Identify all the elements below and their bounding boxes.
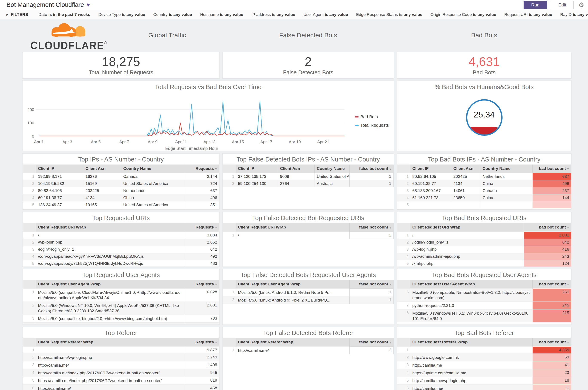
- table-row[interactable]: 7python-requests/2.21.0245: [397, 302, 571, 309]
- table-row[interactable]: 3/wp-login.php416: [397, 246, 571, 253]
- table-row[interactable]: 3/login/?login_only=1642: [23, 246, 219, 253]
- table-row[interactable]: 4/wp-admin/admin-ajax.php243: [397, 253, 571, 260]
- table-title: Top False Detected Bots IPs - AS Number …: [223, 153, 394, 164]
- filter-chip[interactable]: Request URIis any value: [504, 12, 552, 17]
- column-header[interactable]: Client IP: [236, 164, 278, 173]
- column-header[interactable]: Client Request URI Wrap: [236, 223, 350, 232]
- column-header-sort[interactable]: false bot count∨: [349, 164, 394, 173]
- filter-chip[interactable]: Edge Response Statusis any value: [356, 12, 422, 17]
- filter-chip[interactable]: Device Typeis any value: [98, 12, 145, 17]
- table-row[interactable]: 8Mozilla/5.0 (Windows NT 6.1; Win64; x64…: [397, 309, 571, 323]
- chart-title: Total Requests vs Bad Bots Over Time: [23, 81, 394, 91]
- table-row[interactable]: 2104.198.5.23215169United States of Amer…: [23, 180, 219, 187]
- table-row[interactable]: 2Mozilla/5.0 (Linux; Android 9; Pixel 2 …: [223, 296, 394, 304]
- filters-expand-icon[interactable]: ▶: [6, 13, 9, 16]
- table-row[interactable]: 380.82.64.105202425Netherlands637: [23, 187, 219, 194]
- column-header-sort[interactable]: bad bot count∨: [524, 223, 572, 232]
- column-header[interactable]: Client IP: [36, 164, 83, 173]
- column-header-sort[interactable]: bad bot count∨: [533, 338, 572, 347]
- timeseries-chart[interactable]: 0100200Apr 1Apr 3Apr 5Apr 7Apr 9Apr 11Ap…: [23, 91, 353, 151]
- table-row[interactable]: 1192.99.8.17116276Canada2,144: [23, 173, 219, 180]
- row-number: 1: [397, 347, 410, 354]
- table-row[interactable]: 5: [397, 201, 571, 208]
- table-row[interactable]: 180.82.64.105202425Netherlands637: [397, 173, 571, 180]
- column-header[interactable]: Client Request User Agent Wrap: [36, 280, 185, 289]
- column-header-sort[interactable]: false bot count∨: [349, 280, 394, 289]
- column-header-sort[interactable]: false bot count∨: [349, 338, 394, 347]
- filter-chip[interactable]: Countryis any value: [153, 12, 192, 17]
- column-header-sort[interactable]: Requests∨: [185, 280, 219, 289]
- column-header-sort[interactable]: Requests∨: [185, 338, 219, 347]
- table-row[interactable]: 2Mozilla/5.0 (Windows NT 10.0; Win64; x6…: [23, 302, 219, 315]
- table-row[interactable]: 259.100.254.1302764Australia1: [223, 180, 394, 187]
- column-header[interactable]: Client Request User Agent Wrap: [410, 280, 533, 289]
- filter-chip[interactable]: Hostnameis any value: [200, 12, 243, 17]
- table-row[interactable]: 5/cdn-cgi/apps/body/3Lh52SjWTQ4HRlErJykH…: [23, 260, 219, 267]
- table-row[interactable]: 1/2: [223, 232, 394, 239]
- table-row[interactable]: 5/xmlrpc.php124: [397, 260, 571, 267]
- table-row[interactable]: 1http://camilia.me/2: [223, 347, 394, 354]
- filter-chip[interactable]: Origin Response Codeis any value: [430, 12, 496, 17]
- column-header[interactable]: Client Request Referer Wrap: [36, 338, 185, 347]
- table-row[interactable]: 461.160.221.7323650China144: [397, 194, 571, 201]
- table-row[interactable]: 137.120.138.1739009United States of Amer…: [223, 173, 394, 180]
- table-row[interactable]: 5136.24.49.3719165United States of Ameri…: [23, 201, 219, 208]
- column-header[interactable]: Client Request Referer Wrap: [236, 338, 350, 347]
- legend-swatch: [355, 125, 359, 126]
- column-header[interactable]: Client Asn: [278, 164, 315, 173]
- column-header[interactable]: Client Request URI Wrap: [36, 223, 185, 232]
- edit-button[interactable]: Edit: [551, 1, 574, 9]
- gear-icon[interactable]: ⚙: [578, 1, 584, 9]
- table-row[interactable]: 1Mozilla/5.0 (compatible; CloudFlare-Alw…: [23, 289, 219, 302]
- filter-chip[interactable]: RayIDis any value: [560, 12, 588, 17]
- column-header-sort[interactable]: false bot count∨: [349, 223, 394, 232]
- column-header-label: false bot count: [359, 340, 388, 344]
- row-number: 3: [397, 246, 410, 253]
- column-header[interactable]: Country Name: [315, 164, 350, 173]
- table-row[interactable]: 3http://camilia.me/1,408: [23, 361, 219, 369]
- table-row[interactable]: 1/2,031: [397, 232, 571, 239]
- table-row[interactable]: 6https://camilia.me/458: [23, 385, 219, 390]
- filter-chip[interactable]: IP addressis any value: [251, 12, 295, 17]
- table-row[interactable]: 6http://camilia.me/11: [397, 385, 571, 390]
- run-button[interactable]: Run: [524, 1, 547, 9]
- table-row[interactable]: 19,877: [23, 347, 219, 354]
- table-row[interactable]: 368.183.200.16714061Canada237: [397, 187, 571, 194]
- table-row[interactable]: 1/3,084: [23, 232, 219, 239]
- table-row[interactable]: 14,359: [397, 347, 571, 354]
- column-header-sort[interactable]: bad bot count∨: [533, 280, 572, 289]
- table-row[interactable]: 4681: [23, 323, 219, 325]
- column-header[interactable]: Client IP: [410, 164, 451, 173]
- table-row[interactable]: 3Mozilla/5.0 (compatible; bingbot/2.0; +…: [23, 315, 219, 323]
- column-header-sort[interactable]: bad bot count∨: [533, 164, 572, 173]
- column-header[interactable]: Client Asn: [451, 164, 480, 173]
- column-header[interactable]: Client Request Referer Wrap: [410, 338, 533, 347]
- column-header[interactable]: Country Name: [480, 164, 533, 173]
- table-row[interactable]: 6Mozilla/5.0 (compatible; Nimbostratus-B…: [397, 289, 571, 302]
- column-header[interactable]: Client Asn: [83, 164, 121, 173]
- table-row[interactable]: 260.191.38.774134China496: [397, 180, 571, 187]
- table-row[interactable]: 4https://uptime.com/camilia.me23: [397, 369, 571, 377]
- table-row[interactable]: 5http://camilia.me/wp-login.php18: [397, 377, 571, 385]
- legend-item[interactable]: Bad Bots: [355, 114, 389, 119]
- table-row[interactable]: 5https://camilia.me/index.php/2017/06/17…: [23, 377, 219, 385]
- table-row[interactable]: 3http://camilia.me41: [397, 361, 571, 369]
- column-header-sort[interactable]: Requests∨: [185, 223, 219, 232]
- table-row[interactable]: 2/login/?login_only=1642: [397, 239, 571, 246]
- column-header[interactable]: Country Name: [121, 164, 185, 173]
- filter-chip[interactable]: Dateis in the past 7 weeks: [39, 12, 90, 17]
- table-row[interactable]: 4/cdn-cgi/apps/head/xVgyKhR-vV3dAUGhMqfB…: [23, 253, 219, 260]
- table-row[interactable]: 460.191.38.774134China496: [23, 194, 219, 201]
- column-header-label: Client Asn: [453, 166, 473, 171]
- legend-item[interactable]: Total Requests: [355, 123, 389, 128]
- table-row[interactable]: 2http://camilia.me/wp-login.php2,249: [23, 354, 219, 361]
- filter-chip[interactable]: User Agentis any value: [303, 12, 348, 17]
- column-header-sort[interactable]: Requests∨: [185, 164, 219, 173]
- column-header[interactable]: Client Request URI Wrap: [410, 223, 524, 232]
- table-row[interactable]: 1Mozilla/5.0 (Linux; Android 8.1.0; Redm…: [223, 289, 394, 296]
- column-header[interactable]: Client Request User Agent Wrap: [236, 280, 350, 289]
- table-row[interactable]: 2/wp-login.php2,652: [23, 239, 219, 246]
- filters-label[interactable]: FILTERS: [11, 12, 28, 17]
- table-row[interactable]: 2http://www.google.com.hk69: [397, 354, 571, 361]
- table-row[interactable]: 4http://camilia.me/index.php/2017/06/17/…: [23, 369, 219, 377]
